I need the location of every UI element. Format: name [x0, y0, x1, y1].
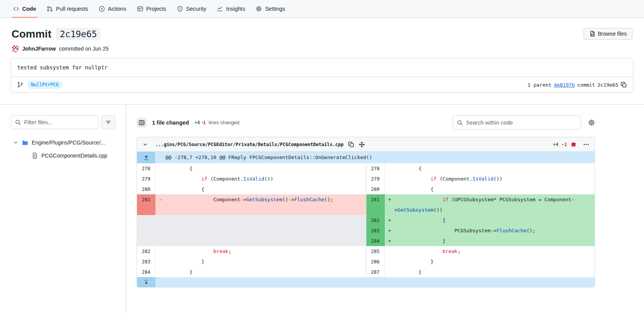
- deletions-count: -1: [201, 120, 206, 125]
- line-number[interactable]: 279: [137, 174, 155, 184]
- diff-marker: [155, 215, 165, 225]
- commit-message-box: tested subsystem for nullptr NullPtrPCG …: [11, 58, 633, 93]
- diff-row: 283 }286 }: [137, 256, 595, 267]
- diff-settings-button[interactable]: [588, 119, 595, 126]
- code-text: PCGSubsystem->FlushCache();: [395, 225, 595, 236]
- diff-marker: [155, 256, 165, 267]
- code-text: }: [165, 256, 366, 267]
- browse-files-label: Browse files: [598, 31, 627, 37]
- copy-icon: [621, 82, 627, 88]
- diff-marker: [155, 236, 165, 246]
- browse-files-button[interactable]: Browse files: [584, 28, 633, 39]
- line-number[interactable]: 278: [366, 163, 385, 174]
- parent-commit-link[interactable]: 4e8197b: [554, 82, 575, 88]
- diff-marker: [155, 174, 165, 184]
- diff-marker: [385, 267, 395, 277]
- diff-marker: +: [385, 225, 395, 236]
- nav-tab-insights[interactable]: Insights: [211, 0, 250, 18]
- nav-tab-label: Insights: [226, 6, 245, 12]
- line-number[interactable]: 287: [366, 267, 385, 277]
- parent-count-label: 1 parent: [528, 82, 552, 88]
- line-number[interactable]: 285: [366, 246, 385, 256]
- line-number[interactable]: 282: [366, 215, 385, 225]
- line-number[interactable]: 283: [366, 225, 385, 236]
- tree-file-row[interactable]: PCGComponentDetails.cpp: [11, 149, 115, 162]
- filter-files-input[interactable]: [11, 115, 98, 129]
- diff-line-context: 286 }: [366, 256, 595, 267]
- nav-tab-label: Pull requests: [56, 6, 88, 12]
- copy-path-button[interactable]: [348, 141, 354, 148]
- collapse-sidebar-button[interactable]: [137, 118, 147, 128]
- gear-icon: [588, 119, 595, 126]
- diff-line-context: 287 }: [366, 267, 595, 277]
- kebab-icon: [583, 141, 589, 148]
- search-within-code-field[interactable]: [466, 120, 577, 126]
- diff-row: 280 {280 {: [137, 184, 595, 194]
- file-filter-button[interactable]: [101, 115, 115, 129]
- code-text: }: [395, 267, 595, 277]
- diff-marker: [385, 256, 395, 267]
- diff-line-context: 282 break;: [137, 246, 366, 256]
- diff-line-context: 284 }: [137, 267, 366, 277]
- code-text: break;: [165, 246, 366, 256]
- file-options-button[interactable]: [583, 141, 589, 148]
- diff-row: 279 if (Component.IsValid())279 if (Comp…: [137, 174, 595, 184]
- tree-folder-row[interactable]: Engine/Plugins/PCG/Source/...: [11, 136, 115, 149]
- diff-line-empty: [137, 236, 366, 246]
- code-text: if (Component.IsValid()): [165, 174, 366, 184]
- line-number[interactable]: 284: [137, 267, 155, 277]
- diff-file-path[interactable]: ...gins/PCG/Source/PCGEditor/Private/Det…: [155, 142, 343, 147]
- nav-tab-label: Projects: [146, 6, 166, 12]
- nav-tab-code[interactable]: Code: [8, 0, 41, 18]
- nav-tab-actions[interactable]: Actions: [93, 0, 132, 18]
- code-text: [165, 225, 366, 236]
- commit-author[interactable]: JohnJFarrow: [22, 46, 56, 52]
- line-number[interactable]: 283: [137, 256, 155, 267]
- line-number[interactable]: 286: [366, 256, 385, 267]
- branch-badge[interactable]: NullPtrPCG: [27, 80, 62, 89]
- search-within-code-input[interactable]: [453, 115, 581, 130]
- code-icon: [13, 6, 19, 12]
- copy-sha-button[interactable]: [621, 82, 627, 88]
- nav-tab-label: Security: [186, 6, 206, 12]
- line-number[interactable]: 279: [366, 174, 385, 184]
- diff-marker: [155, 225, 165, 236]
- line-number[interactable]: 281: [137, 194, 155, 215]
- expand-hunk-up-button[interactable]: [137, 152, 155, 163]
- line-number[interactable]: 278: [137, 163, 155, 174]
- expand-hunk-down-button[interactable]: [137, 277, 155, 287]
- nav-tab-security[interactable]: Security: [172, 0, 211, 18]
- line-number[interactable]: 280: [366, 184, 385, 194]
- avatar[interactable]: [11, 45, 19, 53]
- diffstat-square-icon: [572, 143, 575, 146]
- diff-marker: [385, 246, 395, 256]
- nav-tab-label: Settings: [265, 6, 285, 12]
- nav-tab-pull-requests[interactable]: Pull requests: [41, 0, 93, 18]
- diff-marker: +: [385, 215, 395, 225]
- diff-row: 283+ PCGSubsystem->FlushCache();: [137, 225, 595, 236]
- code-text: [165, 215, 366, 225]
- nav-tab-projects[interactable]: Projects: [132, 0, 172, 18]
- diff-row: 281- Component->GetSubsystem()->FlushCac…: [137, 194, 595, 215]
- line-number[interactable]: 284: [366, 236, 385, 246]
- line-number[interactable]: 280: [137, 184, 155, 194]
- page-title: Commit 2c19e65: [11, 28, 101, 40]
- diff-line-add: 281+ if (UPCGSubsystem* PCGSubsystem = C…: [366, 194, 595, 215]
- search-icon: [457, 120, 463, 126]
- drag-file-handle[interactable]: [359, 141, 365, 148]
- code-text: }: [395, 256, 595, 267]
- collapse-file-button[interactable]: [142, 142, 148, 147]
- code-text: }: [395, 236, 595, 246]
- commit-page: Code Pull requests Actions Projects Secu…: [0, 0, 644, 322]
- nav-tab-label: Actions: [108, 6, 126, 12]
- line-number[interactable]: 281: [366, 194, 385, 215]
- code-text: if (Component.IsValid()): [395, 174, 595, 184]
- search-icon: [15, 119, 21, 125]
- diff-line-add: 282+ {: [366, 215, 595, 225]
- filter-files-field[interactable]: [24, 119, 94, 125]
- chevron-down-icon: [142, 142, 148, 147]
- nav-tab-settings[interactable]: Settings: [250, 0, 290, 18]
- code-text: }: [165, 267, 366, 277]
- line-number[interactable]: 282: [137, 246, 155, 256]
- commit-label: commit: [577, 82, 595, 88]
